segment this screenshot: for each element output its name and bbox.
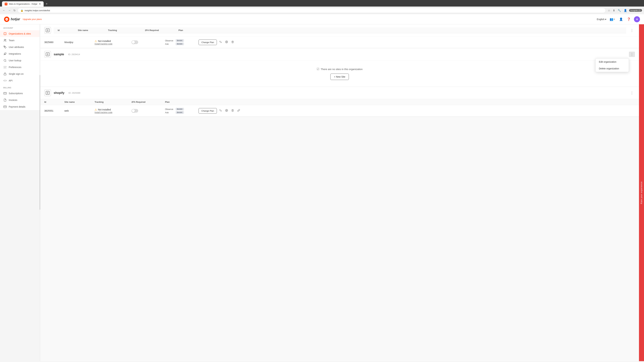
context-menu-delete-org[interactable]: Delete organization	[596, 65, 629, 72]
new-site-label: + New Site	[334, 75, 345, 78]
logo-text: hotjar	[11, 17, 20, 21]
language-selector[interactable]: English ▾	[597, 18, 606, 21]
cell-id-3: 3825551	[44, 109, 64, 112]
content-area: Id Site name Tracking 2FA Required Plan …	[40, 24, 639, 361]
org-id-3: ID: 2929389	[68, 92, 80, 94]
table-row: 3825660 Moodjoy ⚠ Not installed Install …	[40, 36, 639, 48]
delete-button-1[interactable]	[230, 39, 235, 45]
plan-badges-3: Observe BASIC Ask BASIC	[165, 108, 198, 114]
settings-button-1[interactable]	[224, 39, 229, 45]
svg-rect-16	[4, 74, 6, 75]
language-chevron: ▾	[605, 18, 606, 21]
avatar[interactable]: H	[634, 16, 640, 22]
not-installed-text: Not installed	[98, 40, 111, 42]
extensions-button[interactable]: 🔧	[617, 8, 622, 13]
forward-button[interactable]: →	[8, 8, 12, 12]
cell-2fa-3	[132, 109, 165, 113]
col-site-name-3: Site name	[64, 101, 94, 103]
ask-badge: BASIC	[176, 42, 184, 45]
ask-plan-row-3: Ask BASIC	[165, 111, 198, 114]
new-site-button[interactable]: + New Site	[330, 73, 349, 80]
toggle-thumb-3	[132, 109, 135, 112]
language-label: English	[597, 18, 604, 21]
change-plan-button-3[interactable]: Change Plan	[198, 108, 217, 114]
hotjar-logo: hotjar	[4, 16, 20, 22]
sidebar-item-user-lookup[interactable]: User lookup	[0, 57, 40, 64]
transfer-button-1[interactable]	[218, 39, 223, 45]
col-site-name: Site name	[78, 29, 108, 31]
transfer-button-3[interactable]	[218, 108, 223, 114]
sidebar-label-user-attributes: User attributes	[9, 46, 24, 48]
back-button[interactable]: ←	[2, 8, 6, 12]
tab-close-button[interactable]: ✕	[39, 2, 41, 5]
col-id: Id	[58, 29, 78, 31]
svg-point-9	[4, 59, 6, 61]
sidebar-item-preferences[interactable]: Preferences	[0, 64, 40, 70]
sidebar-item-integrations[interactable]: Integrations	[0, 50, 40, 57]
svg-point-4	[4, 39, 5, 40]
sidebar-item-user-attributes[interactable]: User attributes	[0, 44, 40, 50]
tfa-toggle-3[interactable]	[132, 109, 138, 113]
sidebar-item-team[interactable]: Team	[0, 37, 40, 44]
add-users-button[interactable]: 👥+	[609, 17, 616, 22]
org-card-2: sample ID: 2929414 ⋮ ☑ There are no site…	[40, 48, 639, 87]
url-bar[interactable]: 🔒 insights.hotjar.com/site/list	[18, 8, 606, 13]
sidebar-item-single-sign-on[interactable]: Single sign-on	[0, 70, 40, 77]
bookmark-button[interactable]: ☆	[607, 8, 611, 13]
sidebar-item-orgs-sites[interactable]: Organizations & sites	[0, 30, 40, 37]
org-header-2: sample ID: 2929414 ⋮	[40, 48, 639, 60]
download-button[interactable]: ⬇	[612, 8, 616, 13]
link-button-3[interactable]	[236, 108, 241, 114]
help-button[interactable]: ❓	[626, 17, 631, 22]
delete-button-3[interactable]	[230, 108, 235, 114]
org-header-3: shopify ID: 2929389 ⋮	[40, 87, 639, 99]
org-menu-button-2[interactable]: ⋮	[629, 52, 635, 57]
profile-button[interactable]: 👤	[623, 8, 628, 13]
tfa-toggle[interactable]	[132, 40, 138, 44]
svg-point-25	[226, 110, 227, 111]
org-menu-button-3[interactable]: ⋮	[629, 90, 635, 95]
app-header: hotjar Upgrade your plans English ▾ 👥+ 👤…	[0, 14, 644, 24]
sidebar-item-payment-details[interactable]: Payment details	[0, 103, 40, 110]
sidebar-item-invoices[interactable]: Invoices	[0, 97, 40, 103]
org-menu-button-1[interactable]: ⋮	[629, 28, 635, 33]
sidebar-item-subscriptions[interactable]: Subscriptions	[0, 90, 40, 97]
table-row-3: 3825551 web ⚠ Not installed Install trac…	[40, 105, 639, 117]
org-name-3: shopify	[54, 91, 64, 95]
org-header-1: Id Site name Tracking 2FA Required Plan …	[40, 24, 639, 36]
observe-label-3: Observe	[165, 108, 174, 110]
app: hotjar Upgrade your plans English ▾ 👥+ 👤…	[0, 14, 644, 361]
cell-2fa	[132, 40, 165, 44]
sidebar-label-single-sign-on: Single sign-on	[9, 72, 24, 75]
change-plan-button-1[interactable]: Change Plan	[198, 39, 217, 45]
svg-rect-3	[4, 32, 6, 35]
sidebar-label-team: Team	[9, 39, 14, 42]
observe-label: Observe	[165, 39, 174, 42]
settings-button-3[interactable]	[224, 108, 229, 114]
sidebar-label-api: API	[9, 79, 12, 82]
install-tracking-link-3[interactable]: Install tracking code	[94, 111, 132, 114]
sites-table-1: Id Site name Tracking 2FA Required Plan	[54, 27, 626, 33]
context-menu-edit-org[interactable]: Edit organization	[596, 58, 629, 65]
new-tab-button[interactable]: +	[44, 1, 49, 6]
install-tracking-link[interactable]: Install tracking code	[94, 43, 132, 45]
browser-tab[interactable]: H Sites & Organizations - Hotjar ✕	[2, 1, 44, 6]
puzzle-icon	[3, 52, 7, 55]
rate-experience-sidebar[interactable]: Rate your experience	[639, 24, 644, 361]
sidebar-label-integrations: Integrations	[9, 52, 21, 55]
user-profile-button[interactable]: 👤	[618, 17, 624, 22]
code-icon	[3, 79, 7, 82]
org-card-3: shopify ID: 2929389 ⋮ Id Site name Track…	[40, 87, 639, 117]
no-sites-message: There are no sites in this organization	[321, 68, 362, 70]
org-icon-3	[44, 89, 51, 96]
sidebar-item-api[interactable]: API	[0, 77, 40, 84]
tracking-status-3: ⚠ Not installed	[94, 108, 132, 111]
sites-table-3: Id Site name Tracking 2FA Required Plan …	[40, 99, 639, 117]
cell-site-name: Moodjoy	[64, 41, 94, 43]
table-header-3: Id Site name Tracking 2FA Required Plan	[40, 99, 639, 105]
upgrade-link[interactable]: Upgrade your plans	[23, 18, 42, 20]
refresh-button[interactable]: ↻	[13, 8, 16, 13]
org-id-2: ID: 2929414	[68, 53, 80, 56]
table-header-1: Id Site name Tracking 2FA Required Plan	[54, 27, 626, 33]
cell-tracking-3: ⚠ Not installed Install tracking code	[94, 108, 132, 114]
